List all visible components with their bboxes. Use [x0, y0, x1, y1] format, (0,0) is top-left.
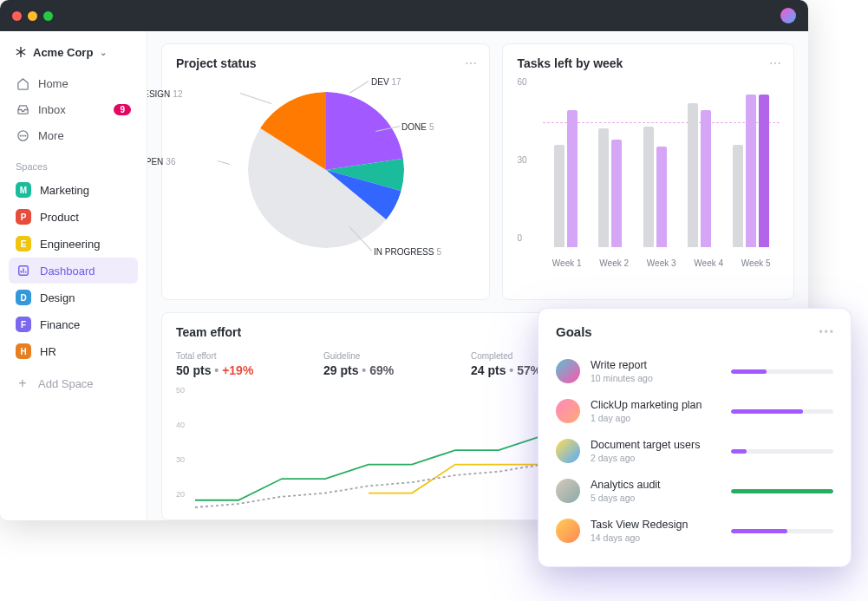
goal-item[interactable]: Write report10 minutes ago — [556, 351, 833, 391]
inbox-badge: 9 — [114, 104, 131, 115]
svg-point-9 — [24, 135, 25, 136]
goal-item[interactable]: Task View Redesign14 days ago — [556, 511, 833, 551]
project-status-card: Project status ⋯ DEV17DONE5IN PROGRESS5O… — [161, 43, 490, 300]
window-controls — [12, 11, 53, 21]
add-space-button[interactable]: + Add Space — [9, 369, 138, 397]
goal-time: 10 minutes ago — [591, 373, 721, 383]
pie-label: DEV17 — [371, 77, 401, 87]
bar — [746, 95, 756, 247]
x-label: Week 1 — [552, 258, 582, 268]
goals-card: Goals ••• Write report10 minutes agoClic… — [538, 308, 852, 567]
space-label: Product — [40, 211, 79, 224]
sidebar-space-product[interactable]: PProduct — [9, 204, 138, 230]
bar — [701, 110, 711, 247]
card-menu-icon[interactable]: ••• — [819, 326, 835, 338]
nav-inbox[interactable]: Inbox 9 — [9, 97, 138, 121]
avatar — [556, 519, 580, 543]
bar — [656, 147, 667, 247]
stat-block: Guideline29 pts • 69% — [323, 351, 471, 377]
workspace-switcher[interactable]: Acme Corp ⌄ — [9, 42, 138, 62]
workspace-icon — [14, 45, 28, 59]
progress-bar — [731, 529, 833, 533]
space-badge: E — [16, 236, 31, 252]
space-label: HR — [40, 345, 56, 358]
avatar — [556, 479, 580, 503]
sidebar: Acme Corp ⌄ Home Inbox 9 More Spaces MMa… — [0, 31, 147, 520]
goal-item[interactable]: ClickUp marketing plan1 day ago — [556, 391, 833, 431]
goal-item[interactable]: Analytics audit5 days ago — [556, 471, 833, 511]
add-space-label: Add Space — [38, 377, 94, 390]
tasks-left-card: Tasks left by week ⋯ 60 30 0 Week 1Week … — [502, 43, 794, 300]
goal-name: Analytics audit — [591, 479, 721, 492]
progress-bar — [731, 369, 833, 374]
goal-name: Write report — [591, 359, 721, 372]
x-label: Week 4 — [694, 258, 723, 268]
plus-icon: + — [16, 376, 29, 390]
svg-point-8 — [23, 135, 23, 136]
avatar — [556, 399, 580, 423]
stat-label: Total effort — [176, 351, 306, 361]
bar — [759, 95, 769, 247]
sidebar-space-engineering[interactable]: EEngineering — [9, 231, 138, 257]
bar — [598, 128, 609, 247]
pie-label: OPEN36 — [147, 157, 175, 167]
user-avatar[interactable] — [780, 8, 796, 23]
minimize-window[interactable] — [28, 11, 37, 21]
card-title: Tasks left by week — [517, 56, 780, 70]
space-label: Finance — [40, 318, 80, 331]
sidebar-space-finance[interactable]: FFinance — [9, 311, 138, 337]
space-badge: D — [16, 290, 31, 305]
avatar — [556, 359, 580, 383]
titlebar — [0, 0, 808, 31]
bar — [567, 110, 578, 247]
close-window[interactable] — [12, 11, 22, 21]
sidebar-space-hr[interactable]: HHR — [9, 338, 138, 364]
chevron-down-icon: ⌄ — [100, 48, 107, 57]
sidebar-space-dashboard[interactable]: Dashboard — [9, 258, 138, 284]
space-badge: F — [16, 317, 31, 332]
nav-label: Home — [38, 77, 69, 90]
x-label: Week 3 — [647, 258, 676, 268]
y-tick: 50 — [176, 386, 185, 395]
inbox-icon — [16, 102, 29, 116]
goal-name: Task View Redesign — [591, 519, 721, 532]
stat-value: 29 pts • 69% — [323, 363, 454, 377]
goal-item[interactable]: Document target users2 days ago — [556, 431, 833, 471]
space-badge: H — [16, 343, 31, 359]
y-tick: 40 — [176, 421, 185, 429]
bar — [554, 145, 565, 247]
y-tick: 0 — [517, 233, 522, 243]
goal-time: 14 days ago — [591, 532, 721, 543]
space-label: Engineering — [40, 238, 100, 251]
pie-chart: DEV17DONE5IN PROGRESS5OPEN36DESIGN12 — [176, 70, 475, 270]
card-menu-icon[interactable]: ⋯ — [769, 56, 781, 70]
goal-time: 1 day ago — [591, 413, 721, 423]
bar-group — [688, 103, 711, 247]
svg-line-2 — [21, 52, 25, 55]
x-label: Week 2 — [599, 258, 629, 268]
nav-more[interactable]: More — [9, 123, 138, 147]
sidebar-space-design[interactable]: DDesign — [9, 284, 138, 310]
y-tick: 30 — [517, 155, 526, 165]
svg-line-4 — [16, 52, 21, 55]
bar — [611, 140, 622, 247]
nav-home[interactable]: Home — [9, 71, 138, 95]
pie-label: DONE5 — [401, 122, 434, 132]
pie-label: IN PROGRESS5 — [374, 247, 441, 257]
sidebar-space-marketing[interactable]: MMarketing — [9, 177, 138, 203]
card-menu-icon[interactable]: ⋯ — [465, 56, 477, 70]
dashboard-icon — [16, 263, 31, 278]
home-icon — [16, 76, 29, 90]
nav-label: More — [38, 129, 64, 142]
space-label: Marketing — [40, 184, 89, 197]
goals-title: Goals — [556, 324, 833, 339]
bar-group — [598, 128, 622, 247]
x-label: Week 5 — [741, 258, 771, 268]
stat-block: Total effort50 pts • +19% — [176, 351, 323, 377]
progress-bar — [731, 409, 833, 414]
maximize-window[interactable] — [43, 11, 53, 21]
goal-name: ClickUp marketing plan — [591, 399, 721, 412]
goal-time: 5 days ago — [591, 493, 721, 503]
space-badge: P — [16, 209, 31, 225]
y-tick: 20 — [176, 490, 185, 499]
